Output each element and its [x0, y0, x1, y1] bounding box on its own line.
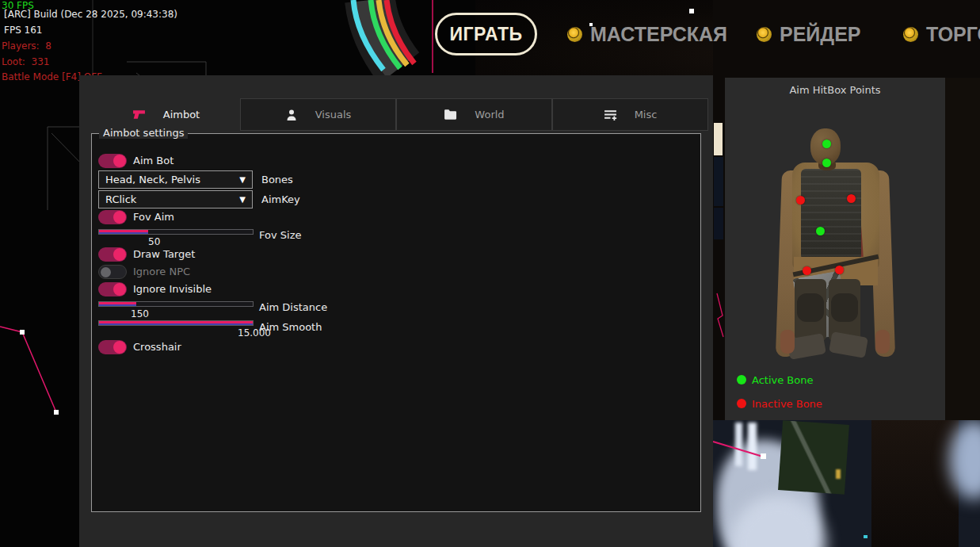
aim-bot-toggle[interactable]: [98, 154, 127, 168]
fov-size-label: Fov Size: [259, 229, 301, 241]
menu-item-workshop[interactable]: МАСТЕРСКАЯ: [567, 21, 727, 47]
bone-point-right-thigh[interactable]: [835, 266, 844, 274]
tab-visuals[interactable]: Visuals: [240, 98, 396, 131]
slider-fill: [99, 230, 148, 234]
bone-point-neck[interactable]: [822, 159, 831, 167]
fov-size-value: 50: [148, 236, 160, 247]
aimkey-label: AimKey: [261, 193, 300, 205]
tab-aimbot[interactable]: Aimbot: [92, 98, 240, 131]
draw-target-label: Draw Target: [133, 248, 195, 260]
bone-point-pelvis[interactable]: [816, 227, 825, 235]
aim-distance-slider[interactable]: [98, 301, 254, 307]
tab-misc[interactable]: Misc: [552, 98, 708, 131]
tab-label: Aimbot: [163, 109, 200, 120]
bone-point-head[interactable]: [822, 140, 831, 148]
hitbox-panel: Aim HitBox Points Active Bone: [725, 78, 945, 420]
bones-value: Head, Neck, Pelvis: [105, 174, 200, 186]
inactive-bone-dot: [737, 399, 746, 408]
legend-label: Inactive Bone: [752, 398, 822, 410]
menu-item-label: РЕЙДЕР: [780, 23, 860, 46]
tab-label: Misc: [635, 109, 658, 120]
fov-aim-label: Fov Aim: [133, 211, 174, 223]
slider-fill: [99, 302, 136, 306]
bone-dot-layer: [725, 78, 945, 420]
fps-text: FPS 161: [4, 25, 42, 36]
screen: 30 FPS [ARC] Build (Dec 28 2025, 09:43:3…: [0, 0, 980, 547]
fov-size-slider[interactable]: [98, 229, 254, 235]
ignore-invisible-toggle[interactable]: [98, 282, 127, 296]
loot-text: Loot: 331: [2, 56, 49, 67]
crosshair-toggle[interactable]: [98, 340, 127, 354]
bone-point-left-thigh[interactable]: [803, 266, 811, 275]
chevron-down-icon: ▼: [239, 195, 246, 204]
aimbot-settings-group: Aimbot settings Aim Bot Head, Neck, Pelv…: [91, 133, 701, 512]
aimkey-dropdown[interactable]: RClick ▼: [98, 190, 253, 208]
aim-smooth-slider[interactable]: [98, 320, 254, 326]
aim-distance-label: Aim Distance: [259, 301, 327, 313]
play-button[interactable]: ИГРАТЬ: [435, 13, 537, 55]
draw-target-toggle[interactable]: [98, 247, 127, 262]
aimkey-value: RClick: [105, 193, 136, 205]
ignore-invisible-label: Ignore Invisible: [133, 283, 212, 295]
playlist-add-icon: [604, 108, 617, 121]
active-bone-dot: [737, 375, 746, 384]
players-text: Players: 8: [2, 40, 51, 52]
group-title: Aimbot settings: [99, 127, 188, 139]
legend-active-bone: Active Bone: [737, 374, 813, 385]
menu-item-label: МАСТЕРСКАЯ: [590, 23, 727, 46]
chevron-down-icon: ▼: [239, 175, 246, 184]
menu-item-label: ТОРГО: [926, 23, 980, 46]
pistol-icon: [132, 109, 146, 120]
ignore-npc-label: Ignore NPC: [133, 266, 190, 277]
fov-aim-toggle[interactable]: [98, 210, 127, 224]
crosshair-label: Crosshair: [133, 341, 181, 353]
coin-icon: [567, 27, 582, 42]
tab-world[interactable]: World: [396, 98, 552, 131]
coin-icon: [757, 27, 772, 42]
bone-point-right-shoulder[interactable]: [847, 194, 856, 203]
bone-point-left-shoulder[interactable]: [796, 196, 805, 205]
ignore-npc-toggle[interactable]: [98, 265, 127, 279]
tab-label: World: [475, 109, 504, 120]
aim-smooth-label: Aim Smooth: [259, 321, 322, 333]
aim-bot-label: Aim Bot: [133, 155, 174, 166]
slider-fill: [99, 321, 253, 325]
bones-dropdown[interactable]: Head, Neck, Pelvis ▼: [98, 170, 253, 189]
menu-item-raider[interactable]: РЕЙДЕР: [757, 21, 860, 47]
legend-label: Active Bone: [752, 374, 813, 386]
cheat-window: Aimbot Visuals World Misc Aimbot setting…: [79, 75, 713, 547]
bones-label: Bones: [261, 174, 293, 186]
person-icon: [285, 109, 298, 121]
tab-label: Visuals: [315, 109, 352, 120]
menu-item-trade[interactable]: ТОРГО: [903, 21, 980, 47]
folder-icon: [444, 109, 457, 120]
aim-distance-value: 150: [131, 308, 149, 319]
legend-inactive-bone: Inactive Bone: [737, 398, 822, 409]
build-text: [ARC] Build (Dec 28 2025, 09:43:38): [4, 9, 177, 20]
coin-icon: [903, 27, 918, 42]
